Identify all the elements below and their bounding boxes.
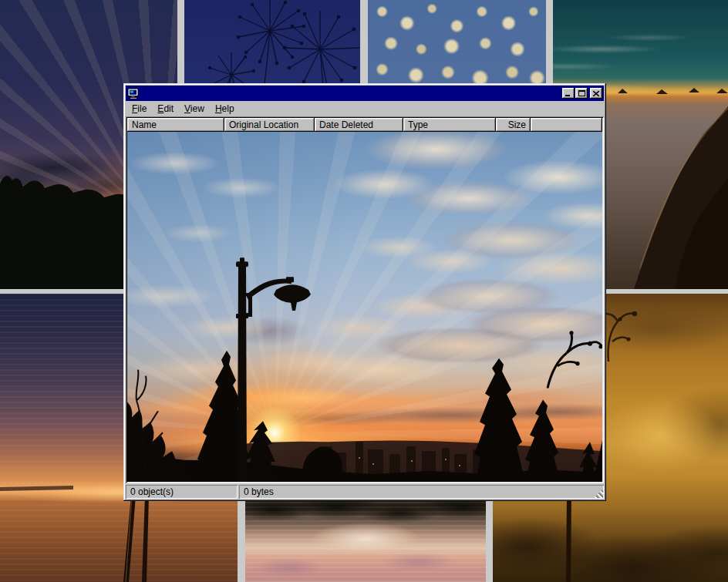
menu-bar: File Edit View Help	[126, 101, 604, 116]
column-header-size[interactable]: Size	[496, 118, 531, 132]
menu-help[interactable]: Help	[210, 102, 240, 116]
minimize-icon	[565, 91, 571, 96]
status-bytes-text: 0 bytes	[244, 486, 274, 497]
maximize-icon	[578, 90, 585, 96]
status-byte-count: 0 bytes	[239, 485, 604, 499]
column-header-name[interactable]: Name	[127, 118, 224, 132]
column-header-original-location[interactable]: Original Location	[224, 118, 315, 132]
status-object-count: 0 object(s)	[126, 485, 238, 499]
maximize-button[interactable]	[575, 88, 588, 99]
column-header-date-deleted[interactable]: Date Deleted	[315, 118, 403, 132]
column-header-type[interactable]: Type	[403, 118, 496, 132]
column-headers: Name Original Location Date Deleted Type…	[127, 118, 602, 132]
menu-file[interactable]: File	[126, 102, 152, 116]
close-icon	[593, 91, 599, 96]
recycle-bin-window: File Edit View Help Name Original Locati…	[123, 83, 606, 501]
menu-edit[interactable]: Edit	[152, 102, 179, 116]
window-controls	[561, 88, 602, 99]
list-area-sunset-photo[interactable]	[127, 132, 602, 482]
menu-view[interactable]: View	[179, 102, 210, 116]
computer-icon[interactable]	[127, 88, 140, 99]
column-header-filler[interactable]	[531, 118, 602, 132]
title-bar[interactable]	[126, 86, 604, 101]
resize-grip[interactable]	[594, 489, 603, 498]
desktop: File Edit View Help Name Original Locati…	[0, 0, 728, 582]
minimize-button[interactable]	[562, 88, 575, 99]
close-button[interactable]	[590, 88, 602, 99]
status-bar: 0 object(s) 0 bytes	[126, 485, 604, 499]
file-list-view: Name Original Location Date Deleted Type…	[126, 116, 604, 483]
sunset-photo-silhouettes	[127, 132, 602, 482]
windblown-tree-top	[548, 333, 602, 389]
